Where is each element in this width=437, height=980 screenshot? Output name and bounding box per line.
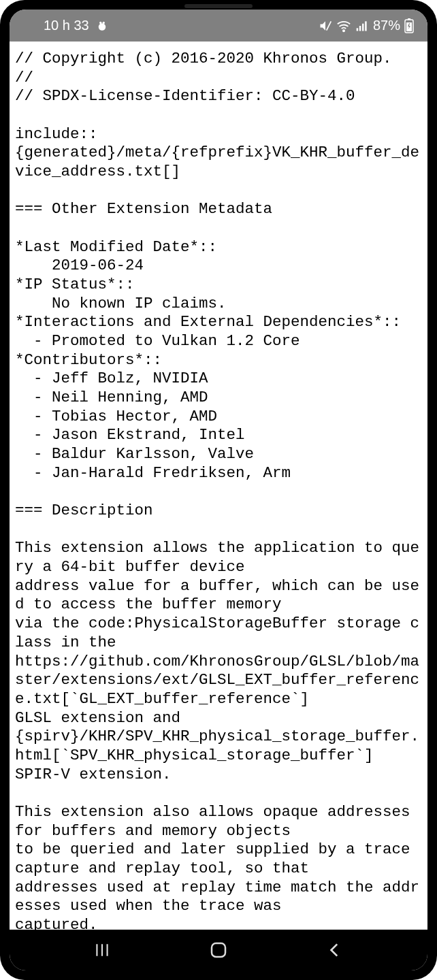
status-time: 10 h 33 bbox=[44, 18, 89, 33]
status-left: 10 h 33 bbox=[44, 18, 108, 33]
battery-text: 87% bbox=[373, 18, 400, 33]
svg-rect-15 bbox=[212, 943, 225, 957]
code-line: include:: bbox=[15, 125, 98, 143]
navigation-bar bbox=[10, 930, 427, 970]
list-item: - Tobias Hector, AMD bbox=[15, 408, 217, 425]
svg-point-2 bbox=[102, 21, 104, 23]
list-item: - Baldur Karlsson, Valve bbox=[15, 445, 254, 463]
wifi-icon bbox=[336, 18, 351, 33]
field-label: *Contributors*:: bbox=[15, 351, 162, 369]
section-header: === Description bbox=[15, 502, 153, 519]
svg-rect-7 bbox=[362, 23, 364, 31]
svg-rect-6 bbox=[359, 26, 361, 31]
ladybug-icon bbox=[96, 20, 108, 32]
field-label: *IP Status*:: bbox=[15, 276, 135, 293]
list-item: - Jason Ekstrand, Intel bbox=[15, 426, 245, 444]
paragraph-line: captured. bbox=[15, 916, 98, 930]
field-value: - Promoted to Vulkan 1.2 Core bbox=[15, 332, 300, 350]
battery-icon bbox=[404, 18, 414, 33]
svg-point-0 bbox=[98, 23, 106, 31]
paragraph-line: GLSL extension and bbox=[15, 709, 180, 727]
phone-screen: 10 h 33 87% // C bbox=[10, 10, 427, 970]
code-line: // bbox=[15, 69, 33, 86]
code-line: // SPDX-License-Identifier: CC-BY-4.0 bbox=[15, 87, 355, 105]
paragraph-line: to be queried and later supplied by a tr… bbox=[15, 840, 419, 877]
phone-frame: 10 h 33 87% // C bbox=[0, 0, 437, 980]
field-label: *Last Modified Date*:: bbox=[15, 238, 217, 256]
recents-button[interactable] bbox=[75, 936, 129, 964]
svg-line-3 bbox=[327, 21, 331, 30]
paragraph-line: This extension allows the application to… bbox=[15, 539, 419, 576]
field-value: No known IP claims. bbox=[15, 295, 227, 312]
section-header: === Other Extension Metadata bbox=[15, 200, 272, 218]
list-item: - Jeff Bolz, NVIDIA bbox=[15, 370, 208, 387]
mute-icon bbox=[319, 19, 332, 33]
field-value: 2019-06-24 bbox=[15, 257, 144, 274]
list-item: - Jan-Harald Fredriksen, Arm bbox=[15, 464, 291, 482]
paragraph-line: address value for a buffer, which can be… bbox=[15, 577, 419, 614]
svg-rect-8 bbox=[365, 21, 367, 31]
document-content[interactable]: // Copyright (c) 2016-2020 Khronos Group… bbox=[10, 42, 427, 930]
list-item: - Neil Henning, AMD bbox=[15, 389, 208, 406]
paragraph-line: This extension also allows opaque addres… bbox=[15, 803, 419, 840]
svg-rect-10 bbox=[408, 18, 410, 20]
status-right: 87% bbox=[319, 18, 414, 33]
code-line: // Copyright (c) 2016-2020 Khronos Group… bbox=[15, 50, 392, 67]
paragraph-line: https://github.com/KhronosGroup/GLSL/blo… bbox=[15, 653, 419, 708]
svg-point-1 bbox=[99, 21, 101, 23]
phone-speaker bbox=[184, 4, 253, 8]
code-line: {generated}/meta/{refprefix}VK_KHR_buffe… bbox=[15, 144, 419, 180]
status-bar: 10 h 33 87% bbox=[10, 10, 427, 42]
paragraph-line: addresses used at replay time match the … bbox=[15, 879, 419, 915]
home-button[interactable] bbox=[191, 936, 246, 964]
svg-point-4 bbox=[343, 30, 344, 31]
paragraph-line: SPIR-V extension. bbox=[15, 766, 172, 783]
svg-rect-5 bbox=[357, 28, 359, 31]
paragraph-line: {spirv}/KHR/SPV_KHR_physical_storage_buf… bbox=[15, 728, 419, 764]
field-label: *Interactions and External Dependencies*… bbox=[15, 313, 401, 331]
paragraph-line: via the code:PhysicalStorageBuffer stora… bbox=[15, 615, 419, 651]
back-button[interactable] bbox=[308, 936, 362, 964]
signal-icon bbox=[355, 19, 369, 33]
